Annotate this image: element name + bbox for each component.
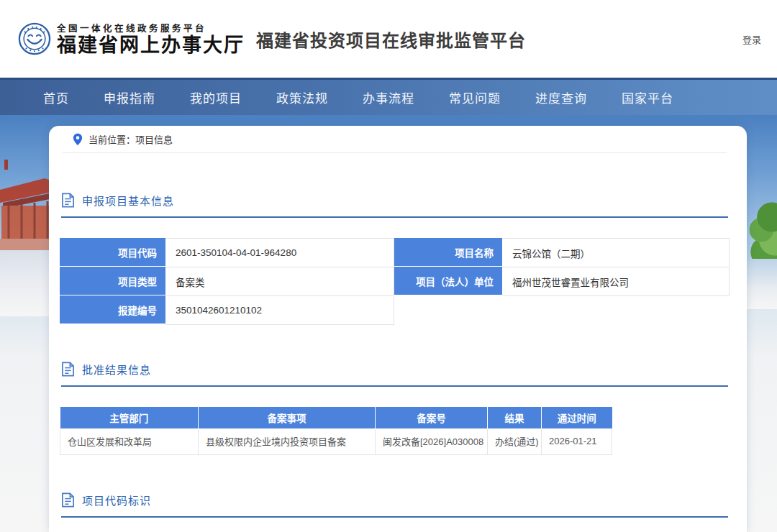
trees-illustration [742,201,777,265]
smiley-seal-icon [18,22,51,55]
column-header-filing-matter: 备案事项 [199,407,376,428]
field-value: 云锦公馆（二期） [502,238,730,267]
document-icon [61,362,75,377]
site-logo[interactable]: 全国一体化在线政务服务平台 福建省网上办事大厅 [18,21,245,57]
page-header: 全国一体化在线政务服务平台 福建省网上办事大厅 福建省投资项目在线审批监管平台 … [0,0,777,78]
approval-table-header-row: 主管部门 备案事项 备案号 结果 通过时间 [60,407,612,428]
breadcrumb-text: 当前位置：项目信息 [88,132,173,146]
nav-item-my-projects[interactable]: 我的项目 [190,88,242,106]
cell-filing-matter: 县级权限内企业境内投资项目备案 [199,428,376,454]
field-label: 项目类型 [60,267,165,295]
logo-text: 全国一体化在线政务服务平台 福建省网上办事大厅 [57,21,245,57]
section-basic-info: 申报项目基本信息 项目代码 2601-350104-04-01-964280 项… [60,193,730,324]
cell-pass-time: 2026-01-21 [542,428,612,454]
breadcrumb: 当前位置：项目信息 [63,126,727,153]
section-project-code: 项目代码标识 [60,492,730,518]
field-label: 项目名称 [394,238,502,267]
section-title: 项目代码标识 [82,492,151,508]
info-row-project-name: 项目名称 云锦公馆（二期） [394,238,730,267]
nav-item-policies[interactable]: 政策法规 [276,88,328,106]
document-icon [61,193,75,208]
field-value: 3501042601210102 [165,295,394,325]
basic-info-left-column: 项目代码 2601-350104-04-01-964280 项目类型 备案类 报… [60,238,394,324]
content-card: 当前位置：项目信息 申报项目基本信息 项目代码 2601-350104-04-0… [49,126,747,532]
column-header-pass-time: 通过时间 [542,407,612,428]
document-icon [61,492,75,508]
section-approval-result: 批准结果信息 主管部门 备案事项 备案号 结果 通过时间 仓山区发展和改革局 县… [60,362,730,455]
logo-platform-line: 全国一体化在线政务服务平台 [57,21,245,35]
approval-result-table: 主管部门 备案事项 备案号 结果 通过时间 仓山区发展和改革局 县级权限内企业境… [60,407,612,455]
info-row-project-code: 项目代码 2601-350104-04-01-964280 [60,238,394,267]
section-title: 申报项目基本信息 [82,193,174,208]
cell-department: 仓山区发展和改革局 [60,428,199,454]
basic-info-right-column: 项目名称 云锦公馆（二期） 项目（法人）单位 福州世茂世睿置业有限公司 [394,238,730,324]
field-value: 2601-350104-04-01-964280 [165,238,394,267]
section-approval-result-header: 批准结果信息 [61,362,728,387]
field-value: 备案类 [165,267,394,296]
section-title: 批准结果信息 [82,362,151,377]
nav-item-declaration-guide[interactable]: 申报指南 [104,88,155,106]
nav-item-process[interactable]: 办事流程 [363,88,414,106]
column-header-filing-number: 备案号 [376,407,488,428]
nav-item-national-platform[interactable]: 国家平台 [622,88,673,106]
column-header-department: 主管部门 [60,407,199,428]
field-value: 福州世茂世睿置业有限公司 [502,267,730,296]
main-nav: 首页 申报指南 我的项目 政策法规 办事流程 常见问题 进度查询 国家平台 [0,78,777,115]
field-label: 项目代码 [60,238,165,267]
nav-item-progress-query[interactable]: 进度查询 [535,88,587,106]
info-row-construction-number: 报建编号 3501042601210102 [60,295,394,324]
cell-filing-number: 闽发改备[2026]A030008 [376,428,488,454]
field-label: 项目（法人）单位 [394,267,502,295]
login-link[interactable]: 登录 [741,29,763,49]
basic-info-table: 项目代码 2601-350104-04-01-964280 项目类型 备案类 报… [60,238,730,324]
field-label: 报建编号 [60,295,165,324]
nav-item-faq[interactable]: 常见问题 [449,88,501,106]
nav-item-home[interactable]: 首页 [43,88,69,106]
info-row-legal-entity: 项目（法人）单位 福州世茂世睿置业有限公司 [394,267,730,295]
page-title: 福建省投资项目在线审批监管平台 [256,27,526,52]
info-row-project-type: 项目类型 备案类 [60,267,394,295]
location-pin-icon [73,133,83,146]
trees-fade [742,259,777,309]
approval-table-row: 仓山区发展和改革局 县级权限内企业境内投资项目备案 闽发改备[2026]A030… [60,428,612,454]
column-header-result: 结果 [488,407,542,428]
logo-hall-name: 福建省网上办事大厅 [57,35,245,57]
cell-result: 办结(通过) [488,428,542,454]
section-project-code-header: 项目代码标识 [61,492,728,518]
section-basic-info-header: 申报项目基本信息 [61,193,728,218]
